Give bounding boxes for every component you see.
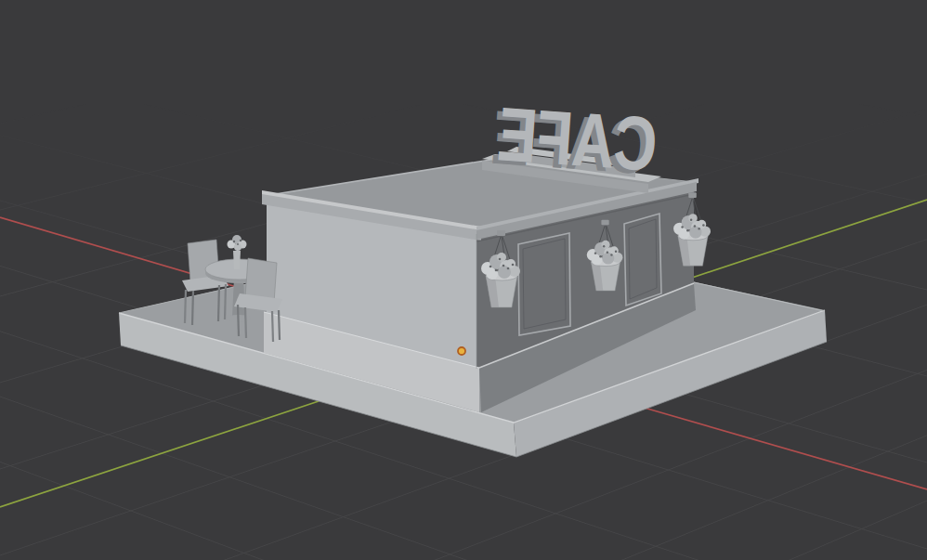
3d-viewport[interactable]: CAFE CAFE	[0, 0, 927, 560]
object-origin-icon[interactable]	[458, 347, 465, 355]
sign-text-face: CAFE	[495, 91, 659, 188]
viewport-canvas[interactable]: CAFE CAFE	[0, 0, 927, 560]
sign-letters[interactable]: CAFE CAFE	[490, 90, 659, 191]
cafe-sign-model[interactable]: CAFE CAFE	[482, 90, 661, 193]
